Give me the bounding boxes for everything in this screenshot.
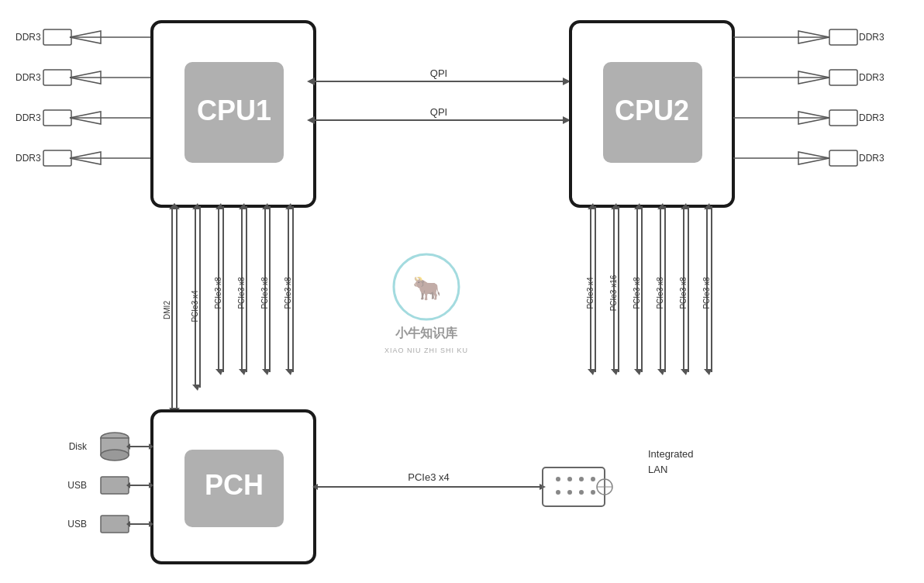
cpu2-label: CPU2 [615,95,689,126]
svg-text:DDR3: DDR3 [16,32,41,43]
svg-point-97 [101,450,129,461]
qpi-top-label: QPI [430,67,447,79]
bus-dmi2-label: DMI2 [163,301,171,319]
svg-text:DDR3: DDR3 [16,72,41,83]
svg-point-117 [556,490,560,495]
bus-pcie-x8-4-left-label: PCIe3 x8 [284,277,292,309]
svg-text:DDR3: DDR3 [859,72,884,83]
svg-point-114 [567,477,572,481]
svg-text:DDR3: DDR3 [859,153,884,164]
bus-pcie-x16-right-label: PCIe3 x16 [609,274,618,311]
svg-rect-0 [0,0,924,583]
disk-label: Disk [69,441,88,452]
usb-label-2: USB [67,519,87,530]
pch-label: PCH [205,469,264,501]
svg-point-113 [556,477,560,481]
integrated-lan-label-line2: LAN [648,464,667,475]
cpu1-label: CPU1 [197,95,271,126]
svg-text:🐂: 🐂 [412,274,442,302]
svg-point-118 [567,490,572,495]
bus-pcie-x4-right-label: PCIe3 x4 [586,277,595,309]
bus-pcie-x8-3-left-label: PCIe3 x8 [260,277,269,309]
svg-point-120 [591,490,595,495]
bus-pcie-x8-4-right-label: PCIe3 x8 [702,277,711,309]
pcie-x4-label: PCIe3 x4 [408,471,449,483]
bus-pcie-x8-1-left-label: PCIe3 x8 [214,277,222,309]
bus-pcie-x8-2-left-label: PCIe3 x8 [237,277,246,309]
svg-rect-101 [101,477,129,494]
bus-pcie-x8-2-right-label: PCIe3 x8 [656,277,664,309]
svg-text:DDR3: DDR3 [16,153,41,164]
svg-point-115 [579,477,584,481]
bus-pcie-x8-3-right-label: PCIe3 x8 [679,277,688,309]
bus-pcie-x4-left-label: PCIe3 x4 [191,290,199,323]
svg-rect-105 [101,516,129,533]
cpu1-box: CPU1 [152,22,315,206]
cpu2-box: CPU2 [571,22,733,206]
bus-pcie-x8-1-right-label: PCIe3 x8 [633,277,641,309]
pch-box: PCH [152,411,315,563]
svg-text:DDR3: DDR3 [859,32,884,43]
svg-text:DDR3: DDR3 [16,112,41,123]
usb-label-1: USB [67,480,87,491]
qpi-bottom-label: QPI [430,106,447,118]
svg-point-116 [591,477,595,481]
watermark-cn-text: 小牛知识库 [395,326,458,340]
svg-text:DDR3: DDR3 [859,112,884,123]
integrated-lan-label-line1: Integrated [648,448,694,460]
svg-point-119 [579,490,584,495]
watermark-en-text: XIAO NIU ZHI SHI KU [384,347,468,354]
